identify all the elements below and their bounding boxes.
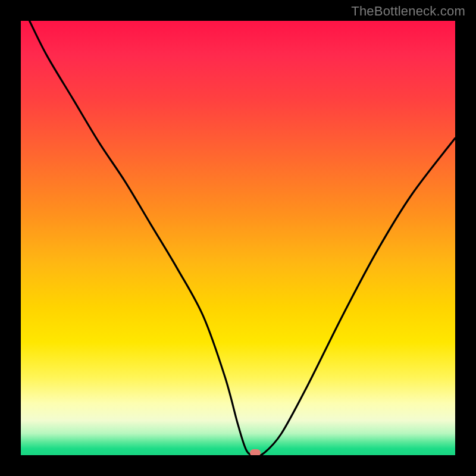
chart-frame: TheBottleneck.com <box>0 0 476 476</box>
watermark-text: TheBottleneck.com <box>351 4 465 19</box>
plot-area <box>21 21 455 455</box>
bottleneck-curve <box>21 21 455 455</box>
optimum-marker <box>250 449 261 455</box>
